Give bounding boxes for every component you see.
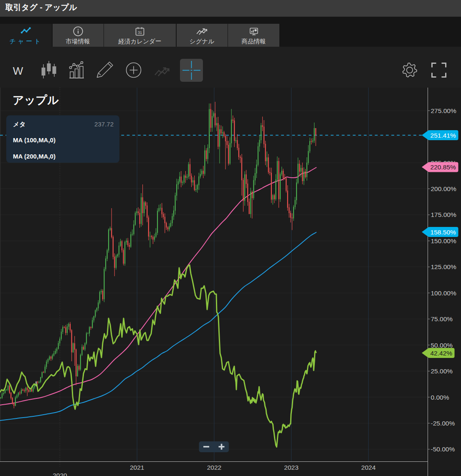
svg-text:158.50%: 158.50%: [431, 229, 456, 236]
svg-text:MA (100,MA,0): MA (100,MA,0): [13, 136, 56, 144]
svg-text:275.00%: 275.00%: [431, 107, 456, 114]
svg-text:200.00%: 200.00%: [431, 185, 456, 192]
svg-text:25.00%: 25.00%: [431, 368, 453, 375]
svg-text:251.41%: 251.41%: [431, 132, 456, 139]
svg-text:2021: 2021: [130, 464, 144, 471]
svg-text:237.72: 237.72: [94, 121, 114, 128]
svg-text:2020: 2020: [53, 472, 67, 476]
svg-text:42.42%: 42.42%: [431, 350, 453, 357]
svg-text:31: 31: [138, 30, 142, 35]
svg-text:125.00%: 125.00%: [431, 263, 456, 270]
svg-text:2022: 2022: [207, 464, 221, 471]
svg-text:220.85%: 220.85%: [431, 164, 456, 171]
svg-text:175.00%: 175.00%: [431, 211, 456, 218]
svg-text:アップル: アップル: [13, 94, 59, 106]
svg-text:0.00%: 0.00%: [431, 394, 449, 401]
svg-text:メタ: メタ: [13, 121, 26, 128]
svg-text:2023: 2023: [284, 464, 298, 471]
svg-text:50.00%: 50.00%: [431, 342, 453, 349]
svg-text:-50.00%: -50.00%: [431, 446, 455, 453]
svg-text:75.00%: 75.00%: [431, 315, 453, 322]
svg-text:W: W: [13, 65, 23, 77]
svg-text:-25.00%: -25.00%: [431, 420, 455, 427]
svg-text:150.00%: 150.00%: [431, 237, 456, 244]
svg-text:MA (200,MA,0): MA (200,MA,0): [13, 153, 56, 160]
svg-text:100.00%: 100.00%: [431, 290, 456, 297]
svg-text:2024: 2024: [361, 464, 376, 471]
